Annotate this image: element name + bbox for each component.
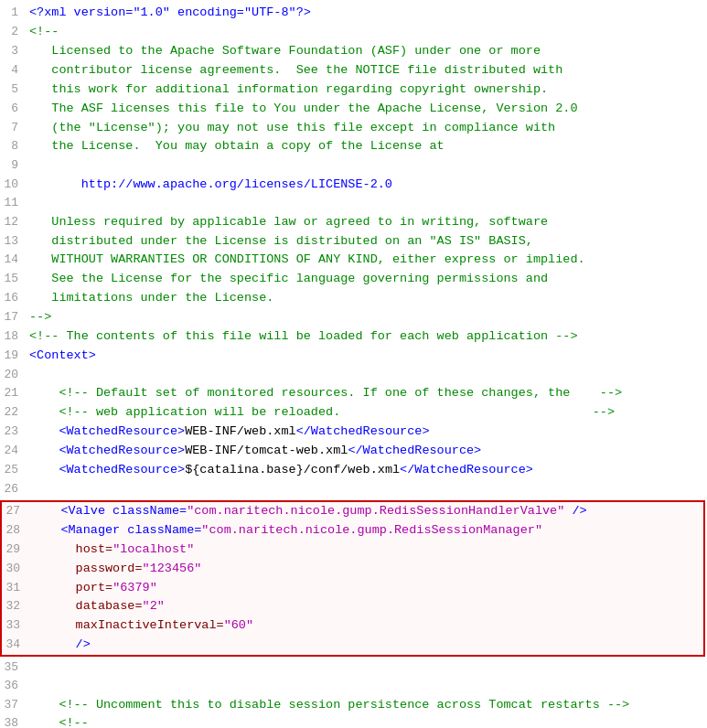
token: WEB-INF/web.xml (185, 424, 296, 438)
line-number: 1 (0, 4, 26, 22)
line-content: <!-- Uncomment this to disable session p… (26, 696, 707, 715)
line-number: 12 (0, 213, 26, 231)
line-content: (the "License"); you may not use this fi… (26, 119, 707, 138)
token: "com.naritech.nicole.gump.RedisSessionMa… (201, 523, 542, 537)
token: <Context> (29, 348, 96, 362)
line-number: 36 (0, 677, 26, 695)
code-line: 24 <WatchedResource>WEB-INF/tomcat-web.x… (0, 442, 707, 461)
line-number: 14 (0, 251, 26, 269)
code-line: 32 database="2" (2, 597, 703, 616)
token: <WatchedResource> (29, 444, 185, 457)
token: "com.naritech.nicole.gump.RedisSessionHa… (187, 504, 564, 518)
code-line: 14 WITHOUT WARRANTIES OR CONDITIONS OF A… (0, 251, 707, 270)
token: <Valve className= (31, 504, 187, 518)
line-number: 32 (2, 597, 27, 616)
line-content: the License. You may obtain a copy of th… (26, 137, 707, 156)
line-number: 30 (2, 560, 27, 578)
line-content: <Context> (26, 347, 707, 366)
line-number: 34 (2, 636, 27, 654)
line-number: 6 (0, 100, 26, 118)
line-number: 11 (0, 194, 26, 212)
line-number: 10 (0, 176, 26, 194)
code-line: 38 <!-- (0, 714, 707, 728)
token: <!-- Uncomment this to disable session p… (29, 698, 629, 712)
line-number: 8 (0, 137, 26, 155)
code-line: 9 (0, 156, 707, 175)
token: "6379" (112, 581, 157, 594)
token: --> (29, 310, 51, 324)
token: Unless required by applicable law or agr… (29, 215, 548, 229)
line-number: 20 (0, 366, 26, 384)
line-content: WITHOUT WARRANTIES OR CONDITIONS OF ANY … (26, 251, 707, 270)
token: the License. You may obtain a copy of th… (29, 139, 445, 153)
line-content: http://www.apache.org/licenses/LICENSE-2… (26, 176, 707, 195)
code-line: 27 <Valve className="com.naritech.nicole… (2, 502, 703, 521)
token: <Manager className= (31, 523, 201, 537)
code-line: 19<Context> (0, 347, 707, 366)
token: "60" (224, 618, 253, 632)
line-number: 24 (0, 442, 26, 460)
line-number: 4 (0, 61, 26, 80)
code-line: 8 the License. You may obtain a copy of … (0, 137, 707, 156)
line-content: <!-- web application will be reloaded. -… (26, 403, 707, 423)
token: <WatchedResource> (29, 424, 185, 438)
line-content: <Manager className="com.naritech.nicole.… (27, 521, 703, 541)
line-number: 15 (0, 270, 26, 288)
line-number: 38 (0, 714, 26, 728)
line-content: The ASF licenses this file to You under … (26, 100, 707, 119)
line-number: 37 (0, 696, 26, 714)
code-line: 12 Unless required by applicable law or … (0, 213, 707, 232)
line-content: this work for additional information reg… (26, 80, 707, 100)
code-line: 34 /> (2, 636, 703, 655)
token: "localhost" (112, 542, 194, 556)
line-number: 26 (0, 480, 26, 498)
line-content: <!-- The contents of this file will be l… (26, 327, 707, 347)
line-content: <WatchedResource>${catalina.base}/conf/w… (26, 461, 707, 480)
token: <!-- (29, 716, 89, 728)
line-number: 3 (0, 42, 26, 60)
code-line: 30 password="123456" (2, 560, 703, 579)
token: password= (31, 562, 143, 575)
line-content: <!-- Default set of monitored resources.… (26, 384, 707, 403)
line-content: <Valve className="com.naritech.nicole.gu… (27, 502, 703, 521)
line-number: 16 (0, 289, 26, 307)
token: (the "License"); you may not use this fi… (29, 121, 555, 134)
code-line: 26 (0, 480, 707, 498)
line-number: 13 (0, 232, 26, 251)
token: http://www.apache.org/licenses/LICENSE-2… (29, 177, 392, 191)
token: See the License for the specific languag… (29, 272, 548, 285)
line-number: 17 (0, 308, 26, 327)
line-content: password="123456" (27, 560, 703, 579)
token: "2" (143, 599, 165, 613)
line-content: host="localhost" (27, 541, 703, 560)
token: <!-- The contents of this file will be l… (29, 329, 578, 343)
line-number: 9 (0, 156, 26, 175)
token: ${catalina.base}/conf/web.xml (185, 463, 400, 476)
token: </WatchedResource> (400, 463, 533, 476)
line-number: 27 (2, 502, 27, 520)
code-line: 16 limitations under the License. (0, 289, 707, 308)
line-content: See the License for the specific languag… (26, 270, 707, 289)
line-number: 5 (0, 80, 26, 99)
token: database= (31, 599, 143, 613)
code-line: 10 http://www.apache.org/licenses/LICENS… (0, 176, 707, 195)
line-content: <WatchedResource>WEB-INF/tomcat-web.xml<… (26, 442, 707, 461)
token: distributed under the License is distrib… (29, 234, 533, 248)
code-line: 3 Licensed to the Apache Software Founda… (0, 42, 707, 61)
line-content: port="6379" (27, 579, 703, 598)
token: </WatchedResource> (296, 424, 430, 438)
token: <!-- Default set of monitored resources.… (29, 386, 622, 400)
token: <WatchedResource> (29, 463, 185, 476)
code-line: 37 <!-- Uncomment this to disable sessio… (0, 696, 707, 715)
code-line: 25 <WatchedResource>${catalina.base}/con… (0, 461, 707, 480)
line-number: 19 (0, 347, 26, 365)
line-number: 7 (0, 119, 26, 137)
line-number: 23 (0, 423, 26, 441)
token: maxInactiveInterval= (31, 618, 224, 632)
code-line: 28 <Manager className="com.naritech.nico… (2, 521, 703, 541)
line-number: 22 (0, 403, 26, 422)
line-content: <WatchedResource>WEB-INF/web.xml</Watche… (26, 423, 707, 442)
code-line: 1<?xml version="1.0" encoding="UTF-8"?> (0, 4, 707, 23)
code-line: 36 (0, 677, 707, 695)
code-line: 7 (the "License"); you may not use this … (0, 119, 707, 138)
